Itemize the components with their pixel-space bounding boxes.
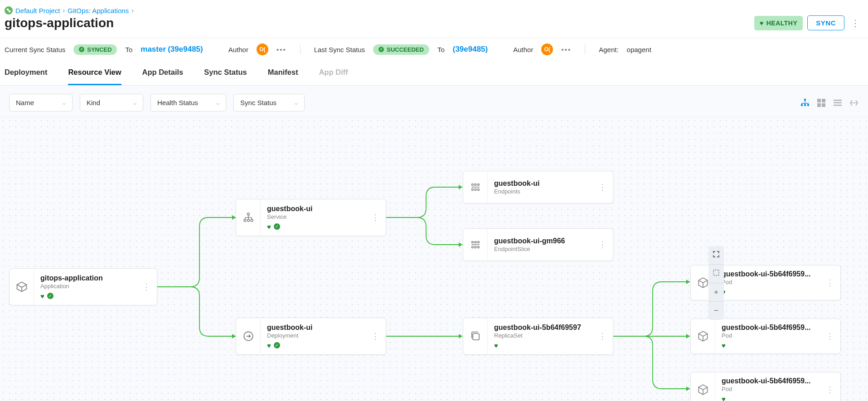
svg-rect-6: [817, 99, 821, 102]
application-icon: [10, 269, 34, 305]
svg-rect-5: [807, 104, 809, 106]
agent-name: opagent: [627, 46, 651, 53]
zoom-in[interactable]: +: [708, 283, 724, 301]
chevron-down-icon: ⌵: [63, 100, 66, 106]
node-application[interactable]: gitops-application Application ♥ ✓ ⋮: [9, 268, 157, 305]
svg-point-26: [471, 184, 473, 186]
node-title: guestbook-ui-5b64f6959...: [722, 324, 813, 332]
author-more-2[interactable]: •••: [561, 46, 571, 53]
view-toggles: [800, 98, 859, 108]
node-body: guestbook-ui-5b64f6959... Pod ♥: [715, 372, 820, 401]
node-body: guestbook-ui Endpoints: [488, 174, 592, 200]
more-menu[interactable]: ⋮: [849, 18, 862, 29]
to-label-2: To: [437, 46, 445, 53]
last-sync-label: Last Sync Status: [314, 46, 365, 53]
node-body: guestbook-ui-5b64f69597 ReplicaSet ♥: [488, 318, 592, 355]
node-menu[interactable]: ⋮: [592, 240, 613, 250]
pod-icon: [691, 372, 715, 401]
filter-kind[interactable]: Kind⌵: [80, 94, 143, 111]
filter-name[interactable]: Name⌵: [9, 94, 73, 111]
agent-label: Agent:: [599, 46, 618, 53]
svg-point-24: [251, 219, 253, 222]
breadcrumb-project[interactable]: Default Project: [15, 7, 60, 14]
zoom-out[interactable]: −: [708, 302, 724, 320]
svg-rect-4: [804, 104, 806, 106]
svg-point-28: [477, 184, 479, 186]
author-avatar[interactable]: O(: [257, 43, 268, 55]
node-endpointslice[interactable]: guestbook-ui-gm966 EndpointSlice ⋮: [463, 228, 613, 261]
svg-marker-15: [459, 185, 462, 189]
to-label: To: [125, 46, 132, 53]
node-service[interactable]: guestbook-ui Service ♥ ✓ ⋮: [236, 199, 386, 236]
separator: [585, 44, 585, 54]
svg-rect-2: [804, 99, 806, 101]
breadcrumb-section[interactable]: GitOps: Applications: [68, 7, 129, 14]
sync-ok-icon: ✓: [274, 223, 280, 230]
heart-icon: ♥: [722, 342, 726, 349]
zoom-fit[interactable]: [708, 246, 724, 264]
node-menu[interactable]: ⋮: [592, 182, 613, 192]
filter-sync[interactable]: Sync Status⌵: [233, 94, 305, 111]
node-title: guestbook-ui: [267, 324, 359, 332]
node-menu[interactable]: ⋮: [365, 213, 386, 222]
heart-icon: ♥: [722, 395, 726, 401]
node-menu[interactable]: ⋮: [820, 331, 840, 341]
tab-sync-status[interactable]: Sync Status: [204, 61, 247, 85]
filter-health[interactable]: Health Status⌵: [150, 94, 226, 111]
zoom-select[interactable]: [708, 265, 724, 283]
chevron-down-icon: ⌵: [133, 100, 136, 106]
node-deployment[interactable]: guestbook-ui Deployment ♥ ✓ ⋮: [236, 318, 386, 355]
node-menu[interactable]: ⋮: [365, 331, 386, 341]
svg-rect-39: [713, 270, 719, 275]
author-avatar-2[interactable]: O(: [541, 43, 553, 55]
status-bar: Current Sync Status SYNCED To master (39…: [0, 38, 868, 61]
commit-sha: (39e9485): [168, 45, 203, 53]
svg-marker-16: [459, 242, 462, 247]
node-menu[interactable]: ⋮: [592, 331, 613, 341]
node-title: guestbook-ui: [267, 205, 359, 213]
author-more[interactable]: •••: [276, 46, 286, 53]
svg-rect-7: [822, 99, 825, 102]
svg-point-37: [477, 246, 479, 248]
node-pod[interactable]: guestbook-ui-5b64f6959... Pod ♥ ⋮: [690, 372, 841, 401]
tree-view-icon[interactable]: [800, 98, 810, 108]
last-commit-sha[interactable]: (39e9485): [453, 45, 488, 54]
node-pod[interactable]: guestbook-ui-5b64f6959... Pod ♥ ⋮: [690, 319, 841, 354]
grid-view-icon[interactable]: [816, 98, 826, 108]
pod-icon: [691, 319, 715, 353]
service-icon: [236, 199, 261, 236]
svg-rect-10: [834, 100, 842, 101]
breadcrumb-sep: ›: [131, 7, 134, 14]
node-replicaset[interactable]: guestbook-ui-5b64f69597 ReplicaSet ♥ ⋮: [463, 318, 613, 355]
tab-resource-view[interactable]: Resource View: [68, 61, 121, 85]
node-title: gitops-application: [40, 274, 130, 282]
tab-deployment[interactable]: Deployment: [5, 61, 47, 85]
tab-app-details[interactable]: App Details: [142, 61, 184, 85]
edges-layer: [0, 117, 868, 401]
svg-point-31: [477, 188, 479, 190]
node-menu[interactable]: ⋮: [136, 282, 157, 292]
list-view-icon[interactable]: [833, 98, 843, 108]
node-status: ♥: [494, 342, 586, 349]
canvas[interactable]: gitops-application Application ♥ ✓ ⋮ gue…: [0, 117, 868, 401]
node-menu[interactable]: ⋮: [820, 385, 840, 395]
svg-rect-3: [801, 104, 803, 106]
heart-icon: ♥: [494, 342, 498, 349]
tab-manifest[interactable]: Manifest: [268, 61, 298, 85]
node-body: guestbook-ui Deployment ♥ ✓: [261, 318, 365, 355]
node-title: guestbook-ui-5b64f6959...: [722, 377, 813, 385]
node-status: ♥: [722, 288, 813, 296]
node-endpoints[interactable]: guestbook-ui Endpoints ⋮: [463, 171, 613, 203]
check-icon: [378, 47, 384, 52]
heart-icon: ♥: [267, 342, 271, 349]
node-kind: EndpointSlice: [494, 246, 586, 252]
node-menu[interactable]: ⋮: [820, 278, 840, 288]
node-status: ♥ ✓: [267, 342, 359, 349]
branch-commit[interactable]: master (39e9485): [141, 45, 203, 54]
sync-button[interactable]: SYNC: [807, 15, 844, 30]
node-kind: Endpoints: [494, 188, 586, 195]
svg-point-29: [471, 188, 473, 190]
network-view-icon[interactable]: [849, 98, 859, 108]
svg-point-1: [9, 10, 11, 13]
tab-app-diff[interactable]: App Diff: [319, 61, 348, 85]
